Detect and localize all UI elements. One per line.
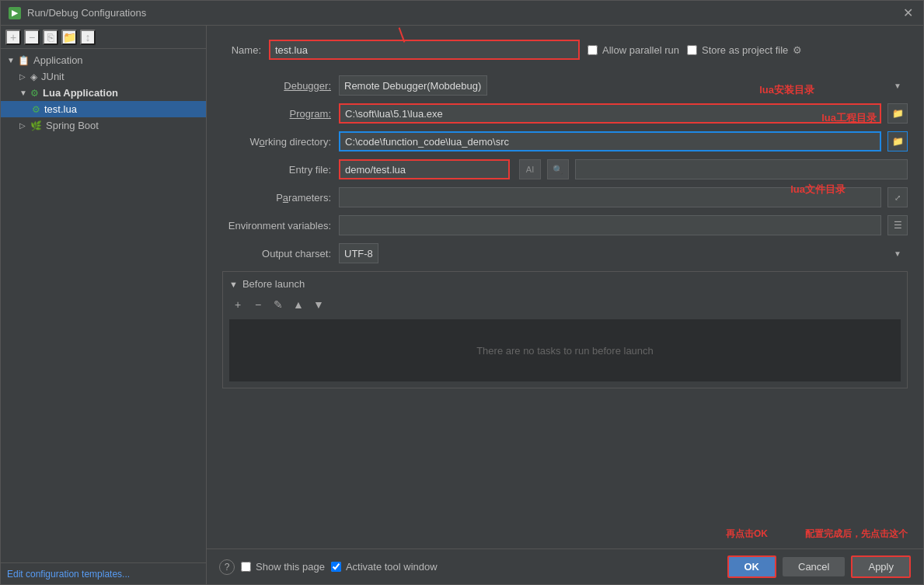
bl-add-button[interactable]: + (229, 296, 246, 313)
show-page-checkbox[interactable] (241, 562, 251, 572)
edit-templates-link[interactable]: Edit configuration templates... (7, 569, 130, 580)
arrow-icon-spring: ▷ (19, 121, 27, 130)
store-as-project-container: Store as project file ⚙ (687, 44, 802, 56)
apply-button[interactable]: Apply (851, 555, 911, 578)
spring-boot-label: Spring Boot (46, 120, 99, 131)
name-row: Name: test.lua Allow parallel run Store … (222, 35, 908, 64)
bl-remove-button[interactable]: − (249, 296, 267, 313)
arrow-icon-lua: ▼ (19, 89, 27, 97)
program-label: Program: (222, 108, 339, 120)
working-dir-label: Working directory: (222, 136, 339, 148)
name-input[interactable]: test.lua (269, 40, 580, 60)
application-label: Application (33, 54, 83, 66)
add-config-button[interactable]: + (5, 30, 21, 45)
dialog-icon: ▶ (9, 7, 21, 19)
junit-icon: ◈ (30, 71, 37, 82)
test-lua-label: test.lua (44, 103, 77, 115)
parameters-expand-button[interactable]: ⤢ (887, 187, 908, 207)
bottom-right: OK Cancel Apply (727, 555, 912, 578)
ai-icon[interactable]: AI (519, 159, 541, 179)
entry-file-controls: AI 🔍 (339, 159, 908, 179)
store-as-project-checkbox[interactable] (687, 45, 697, 55)
bl-up-button[interactable]: ▲ (290, 296, 307, 313)
before-launch-section: ▼ Before launch + − ✎ ▲ ▼ There are no t… (222, 271, 908, 388)
close-button[interactable]: ✕ (903, 7, 915, 19)
show-page-container: Show this page (241, 561, 325, 573)
debugger-controls: Remote Debugger(Mobdebug) (339, 75, 908, 96)
arrow-icon-junit: ▷ (19, 72, 27, 81)
before-launch-content: There are no tasks to run before launch (229, 319, 901, 381)
move-config-button[interactable]: 📁 (61, 30, 77, 45)
annotation-lua-project-dir: lua工程目录 (821, 111, 877, 125)
left-toolbar: + − ⎘ 📁 ↕ (1, 26, 206, 49)
copy-config-button[interactable]: ⎘ (43, 30, 58, 45)
right-panel: Name: test.lua Allow parallel run Store … (207, 26, 923, 584)
remove-config-button[interactable]: − (24, 30, 40, 45)
allow-parallel-checkbox[interactable] (588, 45, 598, 55)
test-lua-icon: ⚙ (32, 104, 40, 115)
program-input[interactable] (339, 103, 881, 124)
tree-item-junit[interactable]: ▷ ◈ JUnit (1, 68, 206, 85)
activate-window-checkbox[interactable] (331, 562, 341, 572)
program-folder-button[interactable]: 📁 (887, 103, 908, 124)
bl-edit-button[interactable]: ✎ (270, 296, 287, 313)
output-charset-label: Output charset: (222, 248, 339, 259)
env-vars-row: Environment variables: ☰ (222, 215, 908, 235)
working-dir-row: Working directory: 📁 lua工程目录 (222, 131, 908, 151)
form-area: Name: test.lua Allow parallel run Store … (207, 26, 923, 548)
working-dir-input[interactable] (339, 131, 881, 151)
annotation-lua-file-dir: lua文件目录 (790, 183, 846, 197)
bottom-bar: ? Show this page Activate tool window OK… (207, 548, 923, 584)
junit-label: JUnit (41, 71, 65, 82)
main-content: + − ⎘ 📁 ↕ ▼ 📋 Application ▷ ◈ JUnit (1, 26, 923, 584)
ok-button[interactable]: OK (727, 555, 777, 578)
env-vars-browse-button[interactable]: ☰ (887, 215, 908, 235)
tree-item-lua-app[interactable]: ▼ ⚙ Lua Application (1, 85, 206, 101)
spring-boot-icon: 🌿 (30, 120, 42, 131)
gear-icon: ⚙ (793, 44, 802, 56)
entry-file-label: Entry file: (222, 164, 339, 176)
output-charset-select[interactable]: UTF-8 (339, 243, 378, 263)
left-panel: + − ⎘ 📁 ↕ ▼ 📋 Application ▷ ◈ JUnit (1, 26, 207, 584)
tree-item-spring-boot[interactable]: ▷ 🌿 Spring Boot (1, 117, 206, 134)
env-vars-label: Environment variables: (222, 220, 339, 232)
env-vars-input[interactable] (339, 215, 881, 235)
search-icon[interactable]: 🔍 (547, 159, 569, 179)
debugger-select[interactable]: Remote Debugger(Mobdebug) (339, 75, 487, 96)
before-launch-header: ▼ Before launch (229, 278, 901, 290)
bottom-left: ? Show this page Activate tool window (219, 559, 438, 575)
allow-parallel-container: Allow parallel run (588, 44, 679, 56)
sort-config-button[interactable]: ↕ (80, 30, 96, 45)
parameters-label: Parameters: (222, 192, 339, 204)
output-charset-controls: UTF-8 (339, 243, 908, 263)
working-dir-folder-button[interactable]: 📁 (887, 131, 908, 151)
annotation-click-ok: 再点击OK (726, 528, 768, 541)
entry-file-input[interactable] (339, 159, 510, 179)
entry-file-row: Entry file: AI 🔍 lua文件目录 (222, 159, 908, 179)
run-debug-dialog: ▶ Run/Debug Configurations ✕ + − ⎘ 📁 ↕ ▼… (0, 0, 924, 585)
bl-down-button[interactable]: ▼ (310, 296, 327, 313)
output-charset-select-wrapper: UTF-8 (339, 243, 908, 263)
before-launch-arrow[interactable]: ▼ (229, 280, 238, 289)
debugger-label: Debugger: (222, 80, 339, 92)
lua-app-label: Lua Application (43, 87, 118, 99)
activate-window-container: Activate tool window (331, 561, 438, 573)
before-launch-toolbar: + − ✎ ▲ ▼ (229, 296, 901, 313)
help-button[interactable]: ? (219, 559, 235, 575)
output-charset-row: Output charset: UTF-8 (222, 243, 908, 263)
left-footer: Edit configuration templates... (1, 562, 206, 584)
application-icon: 📋 (18, 55, 30, 66)
before-launch-title: Before launch (242, 278, 305, 290)
dialog-title: Run/Debug Configurations (27, 7, 903, 19)
show-page-label: Show this page (256, 561, 325, 573)
entry-file-extra-input[interactable] (575, 159, 908, 179)
tree-item-application[interactable]: ▼ 📋 Application (1, 52, 206, 68)
cancel-button[interactable]: Cancel (783, 557, 845, 576)
annotation-config-done: 配置完成后，先点击这个 (805, 528, 908, 541)
debugger-select-wrapper: Remote Debugger(Mobdebug) (339, 75, 908, 96)
config-tree: ▼ 📋 Application ▷ ◈ JUnit ▼ ⚙ Lua Applic… (1, 49, 206, 562)
annotation-app-name: 应用名称 (378, 26, 418, 27)
tree-item-test-lua[interactable]: ⚙ test.lua (1, 101, 206, 117)
annotation-lua-dir: lua安装目录 (759, 83, 814, 97)
name-field-label: Name: (222, 44, 269, 56)
